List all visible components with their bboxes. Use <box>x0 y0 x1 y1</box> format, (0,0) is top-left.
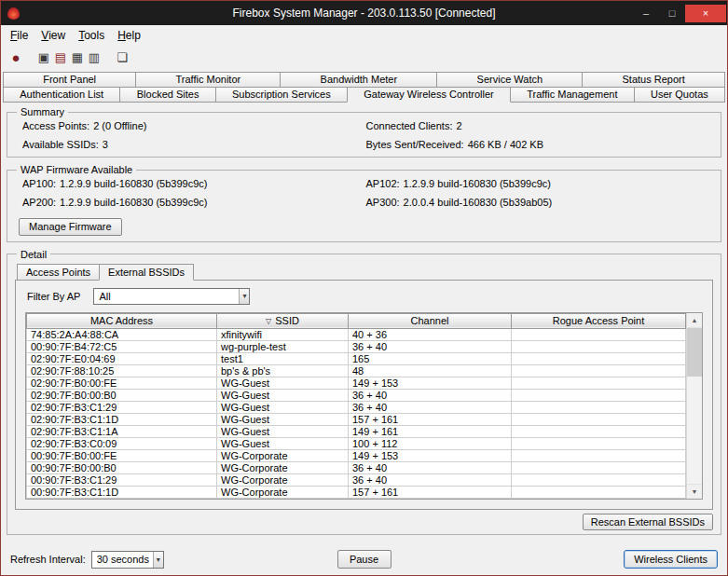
refresh-interval-label: Refresh Interval: <box>10 554 86 565</box>
front-panel-icon[interactable]: ▣ <box>35 49 52 66</box>
channel-cell: 157 + 161 <box>349 413 512 425</box>
table-row[interactable]: 02:90:7F:B0:00:FEWG-Guest149 + 153 <box>27 377 686 389</box>
refresh-interval-select[interactable]: 30 seconds ▾ <box>91 551 164 569</box>
table-row[interactable]: 00:90:7F:B0:00:FEWG-Corporate149 + 153 <box>27 449 686 461</box>
scroll-down-icon[interactable]: ▼ <box>687 484 702 499</box>
mac-address-cell: 02:90:7F:E0:04:69 <box>27 352 217 364</box>
table-row[interactable]: 02:90:7F:B3:C1:1DWG-Guest157 + 161 <box>27 413 686 425</box>
menu-file[interactable]: File <box>4 27 34 44</box>
mac-address-cell: 02:90:7F:B3:C1:1D <box>27 413 217 425</box>
mac-address-cell: 02:90:7F:B3:C1:29 <box>27 401 217 413</box>
external-bssids-panel: Filter By AP All ▾ MAC Address▽SSIDChann… <box>15 280 713 511</box>
column-header-ssid[interactable]: ▽SSID <box>217 313 349 328</box>
channel-cell: 149 + 153 <box>349 377 512 389</box>
table-row[interactable]: 02:90:7F:E0:04:69test1165 <box>27 352 686 364</box>
column-header-channel[interactable]: Channel <box>349 313 512 328</box>
channel-cell: 36 + 40 <box>349 340 512 352</box>
tab-row-secondary: Authentication ListBlocked SitesSubscrip… <box>1 88 727 103</box>
tab-traffic-monitor[interactable]: Traffic Monitor <box>135 72 281 88</box>
detail-group: Detail Access PointsExternal BSSIDs Filt… <box>7 249 721 536</box>
column-header-mac-address[interactable]: MAC Address <box>27 313 217 328</box>
bssid-table: MAC Address▽SSIDChannelRogue Access Poin… <box>26 313 686 500</box>
bytes-sent-received-value: 466 KB / 402 KB <box>468 139 543 150</box>
rescan-external-bssids-button[interactable]: Rescan External BSSIDs <box>583 514 713 530</box>
pause-button[interactable]: Pause <box>337 550 391 569</box>
table-row[interactable]: 00:90:7F:B3:C1:1DWG-Corporate157 + 161 <box>27 486 686 498</box>
ssid-cell: WG-Guest <box>217 401 349 413</box>
status-report-icon[interactable]: ❏ <box>114 49 130 66</box>
tab-authentication-list[interactable]: Authentication List <box>3 87 120 103</box>
menu-view[interactable]: View <box>34 27 72 44</box>
table-scrollbar[interactable]: ▲ ▼ <box>686 313 702 500</box>
connected-clients-field: Connected Clients:2 <box>366 120 710 131</box>
ssid-cell: WG-Guest <box>217 413 349 425</box>
tab-access-points[interactable]: Access Points <box>17 264 100 281</box>
sort-indicator-icon: ▽ <box>266 317 271 325</box>
table-row[interactable]: 02:90:7F:B3:C1:29WG-Guest36 + 40 <box>27 401 686 413</box>
tab-blocked-sites[interactable]: Blocked Sites <box>119 87 215 103</box>
available-ssids-value: 3 <box>103 139 108 150</box>
table-row[interactable]: 02:90:7F:B3:C1:1AWG-Guest149 + 161 <box>27 425 686 437</box>
table-row[interactable]: 02:90:7F:B3:C0:09WG-Guest100 + 112 <box>27 437 686 449</box>
rogue-access-point-cell <box>512 486 686 498</box>
tab-traffic-management[interactable]: Traffic Management <box>510 87 635 103</box>
table-row[interactable]: 02:90:7F:88:10:25bp's & pb's48 <box>27 364 686 377</box>
maximize-button[interactable]: □ <box>659 5 685 22</box>
filter-by-ap-label: Filter By AP <box>27 291 80 302</box>
performance-console-icon[interactable]: ▥ <box>86 49 103 66</box>
summary-legend: Summary <box>17 106 68 117</box>
wireless-clients-button[interactable]: Wireless Clients <box>624 550 718 569</box>
bssid-table-body: 74:85:2A:A4:88:CAxfinitywifi40 + 3600:90… <box>27 328 686 499</box>
table-row[interactable]: 00:90:7F:B4:72:C5wg-purple-test36 + 40 <box>27 340 686 352</box>
table-row[interactable]: 02:90:7F:B0:00:B0WG-Guest36 + 40 <box>27 389 686 401</box>
table-row[interactable]: 74:85:2A:A4:88:CAxfinitywifi40 + 36 <box>27 328 686 340</box>
channel-cell: 149 + 161 <box>349 425 512 437</box>
menu-tools[interactable]: Tools <box>72 27 111 44</box>
rescan-row: Rescan External BSSIDs <box>15 510 713 530</box>
mac-address-cell: 00:90:7F:B4:72:C5 <box>27 340 217 352</box>
firmware-grid: AP100:1.2.9.9 build-160830 (5b399c9c) AP… <box>15 176 713 209</box>
mac-address-cell: 00:90:7F:B0:00:B0 <box>27 461 217 473</box>
tab-bandwidth-meter[interactable]: Bandwidth Meter <box>280 72 437 88</box>
table-row[interactable]: 00:90:7F:B0:00:B0WG-Corporate36 + 40 <box>27 461 686 473</box>
channel-cell: 165 <box>349 352 512 364</box>
wap-firmware-legend: WAP Firmware Available <box>17 164 136 175</box>
scrollbar-thumb[interactable] <box>687 328 702 377</box>
ap200-firmware-field: AP200:1.2.9.9 build-160830 (5b399c9c) <box>22 197 366 208</box>
wap-firmware-group: WAP Firmware Available AP100:1.2.9.9 bui… <box>7 164 721 242</box>
ssid-cell: bp's & pb's <box>217 364 349 377</box>
scrollbar-track[interactable] <box>687 377 702 485</box>
table-row[interactable]: 00:90:7F:B3:C1:1AWG-Corporate149 + 161 <box>27 498 686 499</box>
ssid-cell: WG-Corporate <box>217 473 349 486</box>
menu-help[interactable]: Help <box>111 27 147 44</box>
column-header-rogue-access-point[interactable]: Rogue Access Point <box>512 313 686 328</box>
ssid-cell: WG-Guest <box>217 377 349 389</box>
mac-address-cell: 00:90:7F:B3:C1:29 <box>27 473 217 486</box>
scroll-up-icon[interactable]: ▲ <box>687 313 702 328</box>
close-button[interactable]: × <box>685 5 726 22</box>
tab-front-panel[interactable]: Front Panel <box>3 72 136 88</box>
chevron-down-icon: ▾ <box>239 289 249 304</box>
summary-grid: Access Points:2 (0 Offline) Connected Cl… <box>15 118 713 151</box>
ssid-cell: WG-Corporate <box>217 486 349 498</box>
pause-traffic-icon[interactable]: ● <box>7 49 24 66</box>
rogue-access-point-cell <box>512 377 686 389</box>
table-row[interactable]: 00:90:7F:B3:C1:29WG-Corporate36 + 40 <box>27 473 686 486</box>
tab-status-report[interactable]: Status Report <box>582 72 725 88</box>
summary-group: Summary Access Points:2 (0 Offline) Conn… <box>7 106 721 158</box>
tab-external-bssids[interactable]: External BSSIDs <box>99 264 194 281</box>
rogue-access-point-cell <box>512 389 686 401</box>
manage-firmware-button[interactable]: Manage Firmware <box>19 218 122 236</box>
ssid-cell: wg-purple-test <box>217 340 349 352</box>
tab-gateway-wireless-controller[interactable]: Gateway Wireless Controller <box>347 87 511 103</box>
channel-cell: 100 + 112 <box>349 437 512 449</box>
filter-by-ap-select[interactable]: All ▾ <box>93 288 250 305</box>
toolbar-gap <box>103 57 114 58</box>
ap200-label: AP200: <box>22 197 56 208</box>
minimize-button[interactable]: – <box>633 5 659 22</box>
tab-user-quotas[interactable]: User Quotas <box>634 87 725 103</box>
bandwidth-meter-icon[interactable]: ▦ <box>69 49 86 66</box>
security-services-icon[interactable]: ▤ <box>52 49 69 66</box>
tab-subscription-services[interactable]: Subscription Services <box>215 87 348 103</box>
tab-service-watch[interactable]: Service Watch <box>436 72 583 88</box>
